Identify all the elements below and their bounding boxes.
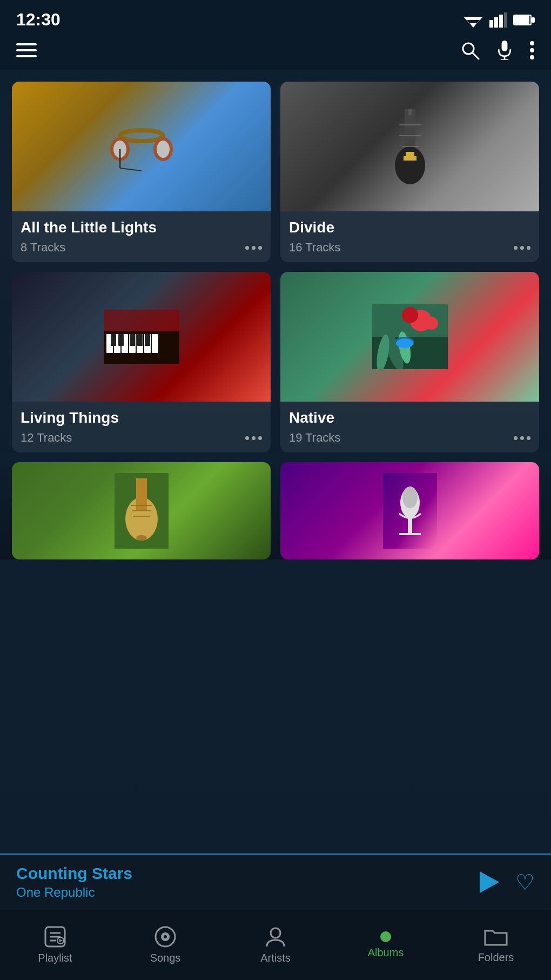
svg-rect-45 <box>137 334 143 346</box>
album-title: All the Little Lights <box>21 219 262 236</box>
album-title: Living Things <box>21 409 262 426</box>
album-title: Native <box>289 409 530 426</box>
nav-item-artists[interactable]: Artists <box>220 926 331 964</box>
album-more-button[interactable] <box>514 436 530 440</box>
status-time: 12:30 <box>16 10 61 30</box>
svg-rect-60 <box>136 478 147 511</box>
album-more-button[interactable] <box>245 246 262 250</box>
album-title: Divide <box>289 219 530 236</box>
nav-item-folders[interactable]: Folders <box>441 926 551 964</box>
svg-point-19 <box>120 130 163 141</box>
album-cover-flowers <box>280 272 539 402</box>
albums-grid: All the Little Lights 8 Tracks <box>0 70 551 452</box>
svg-line-12 <box>473 53 479 59</box>
album-card[interactable]: All the Little Lights 8 Tracks <box>12 82 271 262</box>
nav-item-albums[interactable]: Albums <box>331 931 441 959</box>
svg-rect-5 <box>499 15 503 28</box>
album-meta: 16 Tracks <box>289 241 530 255</box>
album-tracks: 12 Tracks <box>21 431 72 445</box>
nav-item-songs[interactable]: Songs <box>110 926 220 964</box>
album-cover-guitar2 <box>12 462 271 559</box>
svg-rect-33 <box>404 156 416 161</box>
svg-rect-6 <box>504 12 507 28</box>
playlist-icon <box>44 926 66 948</box>
svg-point-16 <box>530 41 534 45</box>
svg-point-64 <box>136 535 147 541</box>
svg-rect-42 <box>111 334 116 346</box>
now-playing-title: Counting Stars <box>16 864 132 883</box>
album-info: Native 19 Tracks <box>280 402 539 452</box>
signal-icon <box>489 12 507 28</box>
svg-point-50 <box>402 307 418 323</box>
now-playing-bar: Counting Stars One Republic ♡ <box>0 854 551 910</box>
svg-line-25 <box>120 168 142 171</box>
album-tracks: 19 Tracks <box>289 431 340 445</box>
songs-icon <box>154 926 176 948</box>
svg-point-51 <box>425 317 438 330</box>
album-cover-guitar <box>280 82 539 211</box>
album-cover-piano <box>12 272 271 402</box>
svg-rect-46 <box>145 334 150 346</box>
svg-rect-3 <box>489 20 493 28</box>
nav-label-playlist: Playlist <box>38 952 72 964</box>
album-tracks: 16 Tracks <box>289 241 340 255</box>
status-icons <box>463 12 535 28</box>
album-meta: 8 Tracks <box>21 241 262 255</box>
more-options-icon[interactable] <box>529 41 535 60</box>
svg-point-17 <box>530 48 534 52</box>
album-card-partial[interactable] <box>280 462 539 559</box>
svg-point-57 <box>396 338 413 348</box>
album-more-button[interactable] <box>514 246 530 250</box>
albums-partial-row <box>0 462 551 559</box>
favorite-button[interactable]: ♡ <box>515 870 535 895</box>
main-content: All the Little Lights 8 Tracks <box>0 70 551 861</box>
svg-point-23 <box>157 141 170 158</box>
svg-rect-4 <box>494 17 498 28</box>
album-card-partial[interactable] <box>12 462 271 559</box>
svg-rect-43 <box>118 334 124 346</box>
svg-point-79 <box>164 935 167 938</box>
svg-point-68 <box>402 486 418 508</box>
search-icon[interactable] <box>460 41 480 60</box>
album-card[interactable]: Divide 16 Tracks <box>280 82 539 262</box>
folders-icon <box>484 926 508 947</box>
menu-button[interactable] <box>16 43 37 57</box>
svg-point-80 <box>271 928 280 938</box>
top-bar <box>0 35 551 70</box>
nav-label-folders: Folders <box>478 951 514 964</box>
nav-item-playlist[interactable]: Playlist <box>0 926 110 964</box>
play-button[interactable] <box>480 871 499 893</box>
now-playing-controls: ♡ <box>480 870 535 895</box>
svg-marker-2 <box>470 23 476 28</box>
svg-point-18 <box>530 55 534 59</box>
album-info: All the Little Lights 8 Tracks <box>12 211 271 262</box>
microphone-icon[interactable] <box>496 41 513 60</box>
bottom-nav: Playlist Songs Artists Albums Folders <box>0 910 551 980</box>
albums-active-indicator <box>380 931 391 942</box>
svg-rect-44 <box>130 334 135 346</box>
now-playing-artist: One Republic <box>16 885 132 900</box>
svg-rect-41 <box>152 334 158 353</box>
album-cover-mic <box>280 462 539 559</box>
svg-rect-13 <box>502 41 508 51</box>
album-tracks: 8 Tracks <box>21 241 65 255</box>
album-info: Divide 16 Tracks <box>280 211 539 262</box>
album-meta: 12 Tracks <box>21 431 262 445</box>
status-bar: 12:30 <box>0 0 551 35</box>
top-bar-actions <box>460 41 535 60</box>
artists-icon <box>265 926 286 948</box>
svg-rect-8 <box>532 17 535 23</box>
svg-rect-32 <box>406 152 414 156</box>
album-more-button[interactable] <box>245 436 262 440</box>
album-card[interactable]: Native 19 Tracks <box>280 272 539 452</box>
wifi-icon <box>463 12 483 28</box>
svg-rect-47 <box>104 310 179 331</box>
album-cover-headphones <box>12 82 271 211</box>
svg-rect-10 <box>514 16 529 24</box>
svg-rect-28 <box>408 109 412 115</box>
album-card[interactable]: Living Things 12 Tracks <box>12 272 271 452</box>
nav-label-songs: Songs <box>150 952 181 964</box>
nav-label-albums: Albums <box>368 946 404 959</box>
now-playing-info: Counting Stars One Republic <box>16 864 132 900</box>
battery-icon <box>513 14 535 26</box>
